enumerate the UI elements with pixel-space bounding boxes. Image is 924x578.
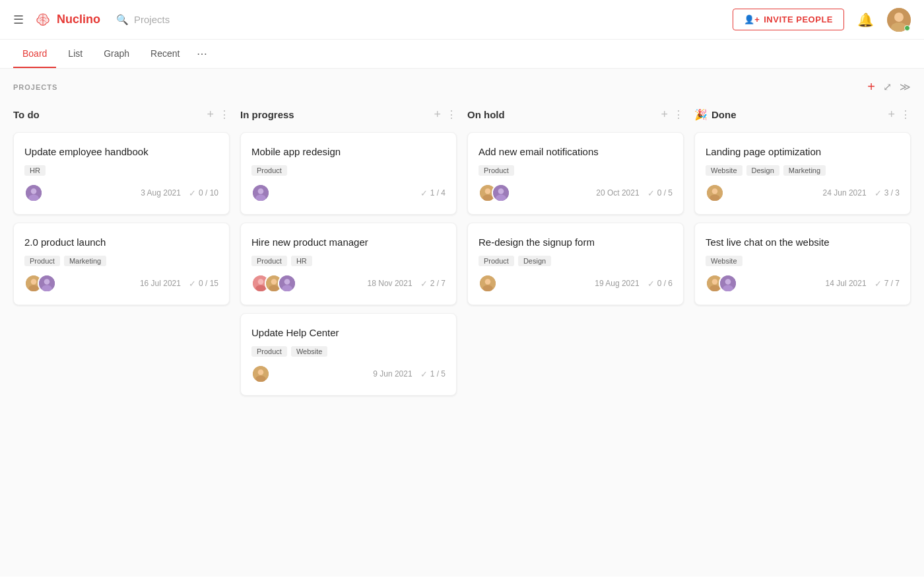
card-footer: ✓ 1 / 4	[251, 184, 446, 202]
card-tasks: ✓ 7 / 7	[874, 279, 900, 289]
add-card-done-button[interactable]: +	[888, 108, 895, 122]
column-actions-on-hold: + ⋮	[661, 108, 684, 122]
board-area: PROJECTS + ⤢ ≫ To do + ⋮ Update employee…	[0, 69, 924, 577]
svg-point-43	[725, 279, 731, 285]
card-footer: 18 Nov 2021 ✓ 2 / 7	[251, 274, 446, 293]
notification-bell-icon[interactable]: 🔔	[857, 12, 874, 28]
search-placeholder: Projects	[134, 14, 170, 25]
card-title: Landing page optimization	[706, 145, 900, 159]
tag-design: Design	[518, 256, 551, 266]
invite-people-button[interactable]: 👤+ INVITE PEOPLE	[733, 9, 844, 30]
more-todo-button[interactable]: ⋮	[219, 108, 230, 121]
check-icon: ✓	[420, 279, 428, 289]
card-footer: 14 Jul 2021 ✓ 7 / 7	[706, 274, 900, 293]
add-card-on-hold-button[interactable]: +	[661, 108, 668, 122]
board-section-title: PROJECTS	[13, 83, 57, 91]
add-board-button[interactable]: +	[867, 79, 875, 94]
card-hire-product-manager[interactable]: Hire new product manager Product HR	[240, 223, 457, 305]
card-footer: 3 Aug 2021 ✓ 0 / 10	[24, 184, 218, 202]
check-icon: ✓	[420, 188, 428, 198]
card-date: 20 Oct 2021	[596, 188, 639, 198]
tag-product: Product	[251, 165, 287, 176]
tab-board[interactable]: Board	[13, 40, 56, 68]
avatar	[251, 184, 270, 202]
card-test-live-chat[interactable]: Test live chat on the website Website	[694, 223, 911, 305]
card-tasks: ✓ 0 / 5	[647, 188, 673, 198]
card-footer: 16 Jul 2021 ✓ 0 / 15	[24, 274, 218, 293]
card-tags: Product Design	[478, 256, 673, 266]
card-product-launch[interactable]: 2.0 product launch Product Marketing	[13, 223, 230, 305]
svg-point-22	[284, 279, 290, 285]
tab-graph[interactable]: Graph	[94, 40, 139, 68]
svg-point-44	[723, 285, 733, 292]
tag-product: Product	[251, 346, 287, 357]
svg-point-1	[894, 13, 904, 22]
tag-website: Website	[706, 165, 742, 176]
card-mobile-app-redesign[interactable]: Mobile app redesign Product ✓ 1 / 4	[240, 132, 457, 215]
user-avatar-wrapper[interactable]	[887, 8, 911, 32]
card-title: Update employee handbook	[24, 145, 218, 159]
menu-icon[interactable]: ☰	[13, 13, 24, 27]
svg-point-10	[44, 279, 50, 285]
card-meta: 3 Aug 2021 ✓ 0 / 10	[141, 188, 218, 198]
card-tags: Website Design Marketing	[706, 165, 900, 176]
add-card-todo-button[interactable]: +	[207, 108, 214, 122]
card-avatars	[251, 274, 296, 293]
tag-product: Product	[251, 256, 287, 266]
svg-point-11	[42, 285, 51, 292]
column-title-todo: To do	[13, 109, 40, 120]
invite-label: INVITE PEOPLE	[764, 15, 833, 24]
card-meta: ✓ 1 / 4	[420, 188, 446, 198]
tab-list[interactable]: List	[59, 40, 92, 68]
svg-point-23	[282, 285, 292, 292]
more-on-hold-button[interactable]: ⋮	[673, 108, 684, 121]
column-header-on-hold: On hold + ⋮	[467, 105, 684, 124]
card-meta: 20 Oct 2021 ✓ 0 / 5	[596, 188, 673, 198]
tag-website: Website	[291, 346, 328, 357]
card-tags: Product Website	[251, 346, 446, 357]
card-tasks: ✓ 3 / 3	[874, 188, 900, 198]
tab-recent[interactable]: Recent	[141, 40, 189, 68]
card-redesign-signup-form[interactable]: Re-design the signup form Product Design…	[467, 223, 684, 305]
add-card-in-progress-button[interactable]: +	[434, 108, 441, 122]
tabs-more-button[interactable]: ⋯	[191, 40, 213, 68]
search-area[interactable]: 🔍 Projects	[116, 14, 170, 26]
svg-point-14	[255, 195, 265, 201]
card-meta: 18 Nov 2021 ✓ 2 / 7	[368, 279, 446, 289]
expand-board-button[interactable]: ⤢	[883, 81, 892, 93]
card-update-employee-handbook[interactable]: Update employee handbook HR 3 Aug 2021 ✓	[13, 132, 230, 215]
card-landing-page-optimization[interactable]: Landing page optimization Website Design…	[694, 132, 911, 215]
board-columns: To do + ⋮ Update employee handbook HR	[13, 105, 911, 404]
card-avatars	[478, 274, 497, 293]
logo-text: Nuclino	[57, 13, 100, 26]
svg-point-35	[482, 285, 492, 292]
collapse-board-button[interactable]: ≫	[900, 81, 911, 93]
tag-product: Product	[24, 256, 60, 266]
card-title: Re-design the signup form	[478, 235, 673, 249]
svg-point-7	[31, 279, 37, 285]
more-done-button[interactable]: ⋮	[900, 108, 911, 121]
board-header: PROJECTS + ⤢ ≫	[13, 79, 911, 94]
card-add-email-notifications[interactable]: Add new email notifications Product	[467, 132, 684, 215]
brain-icon	[34, 11, 51, 28]
avatar	[24, 184, 43, 202]
header-left: ☰ Nuclino 🔍 Projects	[13, 11, 170, 28]
svg-point-17	[255, 285, 265, 292]
column-title-on-hold: On hold	[467, 109, 505, 120]
card-meta: 24 Jun 2021 ✓ 3 / 3	[823, 188, 900, 198]
avatar	[719, 274, 737, 293]
card-date: 14 Jul 2021	[826, 279, 867, 288]
svg-point-28	[485, 188, 491, 194]
more-in-progress-button[interactable]: ⋮	[446, 108, 457, 121]
card-update-help-center[interactable]: Update Help Center Product Website 9 Jun…	[240, 313, 457, 396]
avatar	[478, 274, 497, 293]
avatar	[278, 274, 296, 293]
card-date: 19 Aug 2021	[595, 279, 639, 288]
svg-point-41	[710, 285, 719, 292]
tag-product: Product	[478, 165, 514, 176]
search-icon: 🔍	[116, 14, 129, 26]
column-in-progress: In progress + ⋮ Mobile app redesign Prod…	[240, 105, 457, 404]
logo[interactable]: Nuclino	[34, 11, 100, 28]
check-icon: ✓	[189, 188, 196, 198]
column-title-done: Done	[711, 109, 737, 120]
